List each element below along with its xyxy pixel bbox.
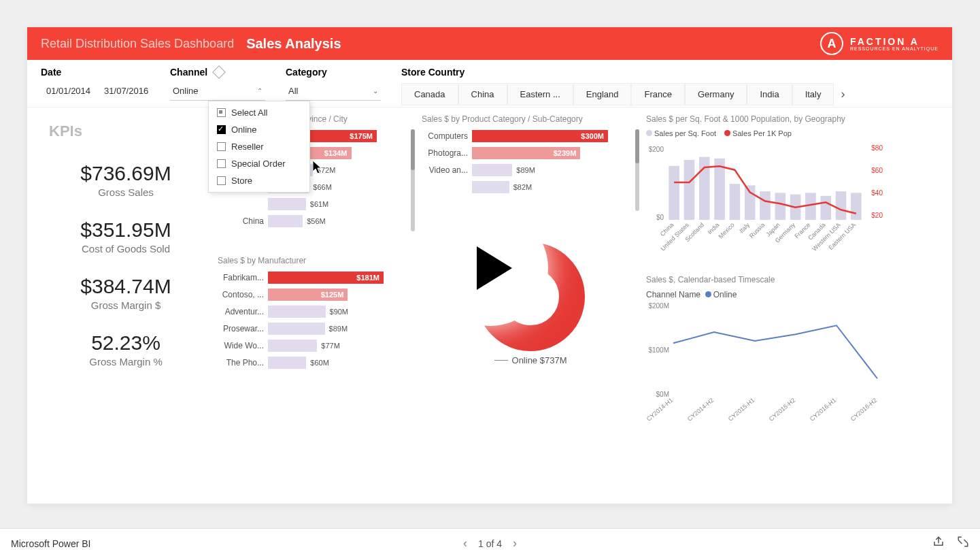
bar-value: $90M (330, 308, 349, 316)
dashboard-title: Sales Analysis (246, 36, 341, 52)
dropdown-option[interactable]: Select All (209, 104, 309, 121)
bar-row[interactable]: Adventur...$90M (218, 305, 415, 318)
country-button[interactable]: Italy (792, 83, 834, 105)
donut-label: Online $737M (512, 355, 567, 365)
axis-tick: $80 (871, 144, 883, 152)
bar-row[interactable]: Computers$300M (422, 129, 631, 143)
axis-tick: $100M (648, 346, 669, 354)
chart-timescale-title: Sales $, Calendar-based Timescale (646, 275, 898, 284)
dashboard-header: Retail Distribution Sales Dashboard Sale… (27, 27, 952, 60)
chevron-up-icon: ⌃ (257, 87, 263, 95)
bar-row[interactable]: Video an...$89M (422, 163, 631, 177)
kpi-panel: KPIs $736.69MGross Sales$351.95MCost of … (41, 114, 211, 425)
combo-bar (669, 166, 679, 220)
dropdown-option[interactable]: Reseller (209, 138, 309, 155)
bar-fill (268, 198, 306, 210)
chart-product[interactable]: Sales $ by Product Category / Sub-Catego… (422, 114, 639, 211)
axis-tick: $200M (648, 302, 669, 310)
dropdown-option[interactable]: Online (209, 121, 309, 138)
eraser-icon[interactable] (212, 65, 226, 79)
pager: ‹ 1 of 4 › (463, 536, 517, 551)
bar-value: $77M (321, 342, 340, 350)
page-indicator: 1 of 4 (478, 538, 502, 549)
date-to[interactable]: 31/07/2016 (104, 86, 148, 96)
checkbox-icon (217, 108, 226, 117)
date-from[interactable]: 01/01/2014 (46, 86, 90, 96)
bar-category: Wide Wo... (218, 341, 264, 350)
fullscreen-icon[interactable] (957, 536, 969, 551)
combo-bar (775, 193, 786, 220)
axis-category: Russia (748, 221, 766, 240)
bar-row[interactable]: China$56M (218, 214, 407, 228)
bar-value: $56M (307, 217, 326, 225)
bar-row[interactable]: Prosewar...$89M (218, 322, 415, 335)
country-button[interactable]: India (747, 83, 792, 105)
legend-channel-label: Channel Name (646, 290, 700, 299)
axis-category: Italy (738, 221, 751, 234)
country-button[interactable]: China (458, 83, 507, 105)
bar-category: China (218, 216, 264, 226)
checkbox-icon (217, 142, 226, 151)
bar-category: Prosewar... (218, 324, 264, 333)
axis-category: CY2014-H2 (686, 397, 715, 423)
axis-category: Mexico (717, 221, 736, 240)
play-button[interactable] (433, 210, 548, 326)
kpi-value: $736.69M (41, 162, 211, 185)
channel-selected: Online (173, 86, 199, 96)
scrollbar[interactable] (411, 129, 415, 231)
country-button[interactable]: France (631, 83, 684, 105)
kpi-value: $351.95M (41, 218, 211, 242)
chart-timescale[interactable]: Sales $, Calendar-based Timescale Channe… (646, 275, 898, 425)
channel-dropdown-menu[interactable]: Select AllOnlineResellerSpecial OrderSto… (208, 101, 310, 193)
axis-tick: $0M (656, 391, 669, 398)
bar-value: $89M (329, 325, 348, 333)
chart-combo[interactable]: Sales $ per Sq. Foot & 1000 Population, … (646, 114, 898, 257)
brand-name: FACTION A (850, 37, 939, 46)
kpi-value: 52.23% (41, 331, 211, 355)
dashboard-subtitle: Retail Distribution Sales Dashboard (41, 37, 234, 51)
prev-page-button[interactable]: ‹ (463, 536, 467, 551)
bar-row[interactable]: Wide Wo...$77M (218, 339, 415, 352)
country-button[interactable]: Canada (401, 83, 458, 105)
bar-fill (268, 357, 306, 369)
filter-label-country: Store Country (401, 67, 939, 78)
chart-manufacturer-title: Sales $ by Manufacturer (218, 256, 415, 265)
country-button[interactable]: Eastern ... (507, 83, 573, 105)
bar-row[interactable]: $61M (218, 197, 407, 211)
scrollbar[interactable] (635, 129, 639, 211)
bar-fill (268, 323, 325, 335)
combo-bar (805, 193, 816, 220)
next-page-button[interactable]: › (513, 536, 517, 551)
country-next-button[interactable]: › (834, 82, 851, 107)
channel-dropdown[interactable]: Online ⌃ (170, 82, 265, 101)
footer-bar: Microsoft Power BI ‹ 1 of 4 › (0, 528, 980, 558)
kpi-label: Gross Margin $ (41, 299, 211, 311)
bar-fill (472, 164, 512, 176)
bar-category: Video an... (422, 165, 468, 175)
filter-label-channel: Channel (170, 67, 207, 78)
chart-manufacturer[interactable]: Sales $ by Manufacturer Fabrikam...$181M… (218, 256, 415, 373)
dropdown-option[interactable]: Store (209, 172, 309, 189)
bar-row[interactable]: Contoso, ...$125M (218, 288, 415, 301)
country-button[interactable]: Germany (685, 83, 747, 105)
filter-label-category: Category (286, 67, 394, 78)
combo-bar (730, 184, 741, 220)
filter-label-date: Date (41, 67, 163, 78)
bar-fill: $239M (472, 147, 580, 159)
axis-category: CY2015-H1 (727, 397, 756, 423)
bar-row[interactable]: $82M (422, 180, 631, 194)
dropdown-option[interactable]: Special Order (209, 155, 309, 172)
play-icon (477, 246, 512, 290)
kpi-title: KPIs (41, 117, 211, 146)
bar-value: $66M (313, 183, 332, 191)
bar-row[interactable]: Photogra...$239M (422, 146, 631, 160)
bar-row[interactable]: Fabrikam...$181M (218, 271, 415, 284)
category-dropdown[interactable]: All ⌄ (286, 82, 381, 101)
country-button[interactable]: England (573, 83, 632, 105)
kpi-item: $351.95MCost of Goods Sold (41, 218, 211, 255)
dropdown-option-label: Select All (231, 108, 267, 118)
brand-tagline: RESSOURCES EN ANALYTIQUE (850, 46, 939, 51)
bar-row[interactable]: The Pho...$60M (218, 356, 415, 370)
bar-fill: $300M (472, 130, 608, 142)
share-icon[interactable] (932, 536, 945, 551)
